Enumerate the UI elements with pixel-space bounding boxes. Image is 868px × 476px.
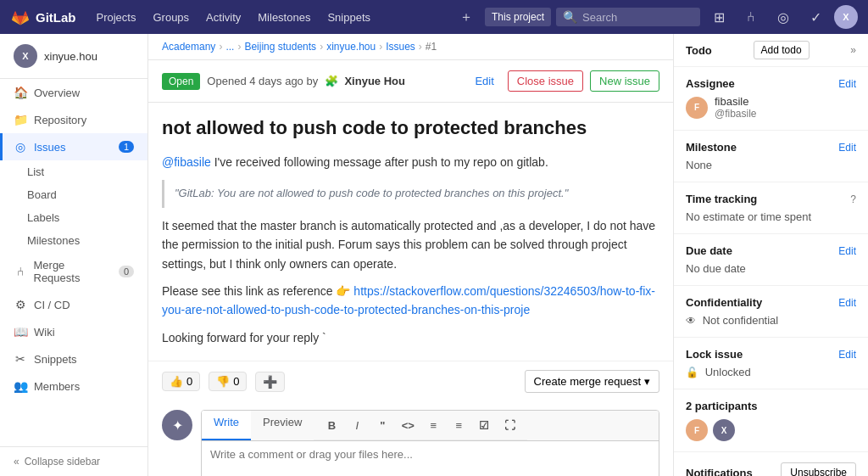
edit-button[interactable]: Edit: [468, 71, 500, 91]
fullscreen-tool[interactable]: ⛶: [498, 414, 520, 436]
sidebar-item-merge-requests[interactable]: ⑃ Merge Requests 0: [0, 252, 147, 291]
nav-projects[interactable]: Projects: [90, 8, 143, 27]
sidebar-sub-labels[interactable]: Labels: [0, 206, 147, 229]
time-tracking-value: No estimate or time spent: [686, 210, 811, 223]
sidebar-item-repository[interactable]: 📁 Repository: [0, 106, 147, 133]
lock-issue-edit-button[interactable]: Edit: [838, 349, 856, 361]
layout-icon[interactable]: ⊞: [705, 3, 732, 31]
breadcrumb-issues[interactable]: Issues: [386, 41, 415, 53]
merge-icon[interactable]: ⑃: [737, 3, 765, 31]
plus-icon[interactable]: ＋: [453, 3, 480, 31]
nav-groups[interactable]: Groups: [146, 8, 196, 27]
thumbsup-button[interactable]: 👍 0: [162, 372, 200, 391]
sidebar-item-members[interactable]: 👥 Members: [0, 372, 147, 400]
breadcrumb-sep4: ›: [379, 41, 382, 53]
create-mr-label: Create merge request: [534, 375, 641, 388]
confidentiality-section: Confidentiality Edit 👁 Not confidential: [674, 286, 868, 338]
sidebar-sub-list[interactable]: List: [0, 160, 147, 183]
new-issue-button[interactable]: New issue: [590, 70, 659, 92]
assignee-edit-button[interactable]: Edit: [838, 78, 856, 90]
this-project-badge[interactable]: This project: [485, 8, 551, 26]
breadcrumb-sep5: ›: [419, 41, 422, 53]
code-tool[interactable]: <>: [397, 414, 419, 436]
time-tracking-section: Time tracking ? No estimate or time spen…: [674, 182, 868, 234]
assignee-label: Assignee: [686, 77, 735, 90]
ol-tool[interactable]: ≡: [448, 414, 470, 436]
mr-badge: 0: [119, 266, 134, 277]
cicd-icon: ⚙: [14, 298, 27, 311]
participants-avatars: F X: [686, 419, 856, 441]
breadcrumb-dots[interactable]: ...: [225, 41, 234, 53]
sidebar-item-overview[interactable]: 🏠 Overview: [0, 79, 147, 106]
tab-preview[interactable]: Preview: [251, 411, 314, 440]
assignee-handle: @fibasile: [715, 108, 757, 120]
add-todo-button[interactable]: Add todo: [754, 41, 810, 59]
assignee-section: Assignee Edit F fibasile @fibasile: [674, 67, 868, 131]
sidebar-item-issues[interactable]: ◎ Issues 1: [0, 133, 147, 160]
comment-editor: Write Preview B I " <> ≡ ≡ ☑ ⛶: [201, 410, 659, 476]
sidebar-user-initial: X: [22, 51, 28, 61]
issue-desc-line1: @fibasile I've received following messag…: [162, 153, 659, 171]
todo-expand-icon[interactable]: »: [850, 44, 856, 56]
thumbsdown-button[interactable]: 👎 0: [209, 372, 247, 391]
assignee-name: fibasile: [715, 95, 757, 108]
issues-icon[interactable]: ◎: [770, 3, 797, 31]
collapse-sidebar-button[interactable]: « Collapse sidebar: [0, 446, 147, 476]
bold-tool[interactable]: B: [320, 414, 342, 436]
ul-tool[interactable]: ≡: [422, 414, 444, 436]
milestone-edit-button[interactable]: Edit: [838, 142, 856, 154]
sidebar-user: X xinyue.hou: [0, 34, 147, 79]
time-tracking-help-icon[interactable]: ?: [850, 193, 856, 205]
breadcrumb-sep3: ›: [320, 41, 323, 53]
issues-nav-icon: ◎: [14, 140, 27, 154]
quote-tool[interactable]: ": [371, 414, 393, 436]
sidebar-sub-board[interactable]: Board: [0, 183, 147, 206]
close-issue-button[interactable]: Close issue: [508, 70, 583, 92]
unsubscribe-button[interactable]: Unsubscribe: [781, 462, 856, 476]
user-avatar[interactable]: X: [834, 5, 858, 29]
confidentiality-edit-button[interactable]: Edit: [838, 297, 856, 309]
todo-section: Todo Add todo »: [674, 34, 868, 67]
reactions-bar: 👍 0 👎 0 ➕ Create merge request ▾: [148, 361, 673, 401]
milestone-label: Milestone: [686, 141, 737, 154]
time-tracking-label: Time tracking: [686, 193, 757, 205]
search-input[interactable]: [582, 11, 693, 24]
repository-icon: 📁: [14, 113, 27, 126]
right-sidebar: Todo Add todo » Assignee Edit F fibasile…: [673, 34, 868, 476]
issue-desc-text1: I've received following message after pu…: [214, 155, 548, 169]
sidebar-mr-label: Merge Requests: [34, 259, 112, 284]
sidebar-item-wiki[interactable]: 📖 Wiki: [0, 318, 147, 345]
tab-write[interactable]: Write: [202, 411, 251, 440]
sidebar-sub-milestones[interactable]: Milestones: [0, 229, 147, 252]
sidebar-members-label: Members: [34, 380, 80, 393]
add-reaction-button[interactable]: ➕: [255, 372, 285, 392]
breadcrumb-academany[interactable]: Academany: [162, 41, 215, 53]
milestone-section: Milestone Edit None: [674, 131, 868, 182]
nav-activity[interactable]: Activity: [199, 8, 248, 27]
issue-title: not allowed to push code to protected br…: [162, 116, 659, 141]
confidentiality-header: Confidentiality Edit: [686, 296, 856, 309]
brand-logo[interactable]: GitLab: [10, 7, 76, 27]
members-icon: 👥: [14, 379, 27, 393]
brand-name: GitLab: [36, 10, 76, 25]
nav-milestones[interactable]: Milestones: [251, 8, 317, 27]
sidebar-item-snippets[interactable]: ✂ Snippets: [0, 345, 147, 372]
breadcrumb-xinyue[interactable]: xinyue.hou: [326, 41, 376, 53]
italic-tool[interactable]: I: [346, 414, 368, 436]
collapse-icon: «: [14, 456, 19, 468]
checklist-tool[interactable]: ☑: [473, 414, 495, 436]
thumbsup-count: 0: [186, 375, 192, 388]
due-date-edit-button[interactable]: Edit: [838, 245, 856, 257]
issue-mention[interactable]: @fibasile: [162, 155, 211, 169]
sidebar-overview-label: Overview: [34, 87, 80, 99]
breadcrumb-beijing[interactable]: Beijing students: [244, 41, 316, 53]
nav-snippets[interactable]: Snippets: [320, 8, 377, 27]
comment-textarea[interactable]: [202, 441, 659, 476]
breadcrumb-issue-number: #1: [426, 41, 437, 53]
search-icon: 🔍: [563, 10, 577, 24]
issue-desc-line3: Please see this link as reference 👉 http…: [162, 282, 659, 320]
sidebar-item-cicd[interactable]: ⚙ CI / CD: [0, 291, 147, 318]
create-merge-request-button[interactable]: Create merge request ▾: [525, 370, 659, 393]
search-bar[interactable]: 🔍: [556, 8, 700, 26]
todo-icon[interactable]: ✓: [802, 3, 829, 31]
